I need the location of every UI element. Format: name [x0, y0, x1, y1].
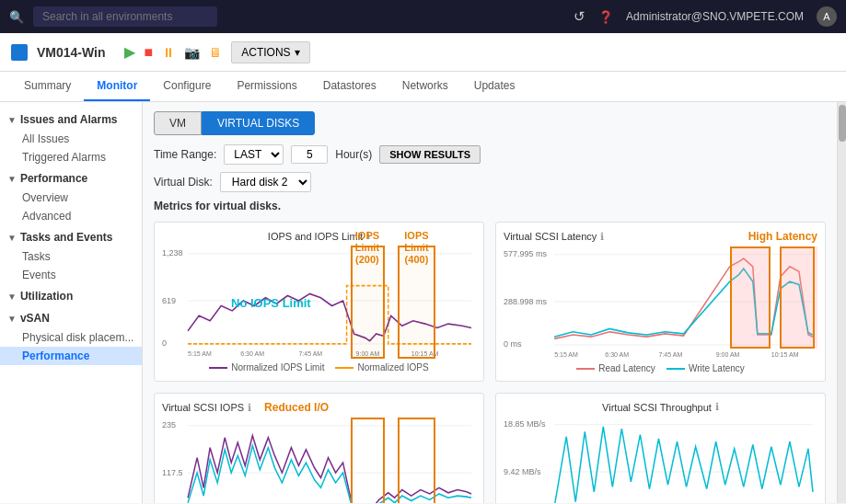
- svg-text:18.85 MB/s: 18.85 MB/s: [504, 418, 546, 429]
- sidebar-item-all-issues[interactable]: All Issues: [0, 130, 142, 148]
- sidebar-item-physical-disk[interactable]: Physical disk placem...: [0, 328, 142, 347]
- topbar: 🔍 ↺ ❓ Administrator@SNO.VMPETE.COM A: [0, 0, 846, 33]
- toggle-virtual-disks[interactable]: VIRTUAL DISKS: [202, 111, 315, 135]
- time-range-row: Time Range: LAST Hour(s) SHOW RESULTS: [154, 144, 826, 165]
- legend-iops-limit-label: Normalized IOPS Limit: [231, 362, 324, 372]
- sidebar-group-tasks: ▼ Tasks and Events Tasks Events: [0, 227, 142, 284]
- stop-icon[interactable]: ■: [145, 44, 154, 61]
- sidebar-group-utilization-label: Utilization: [20, 290, 73, 303]
- tab-permissions[interactable]: Permissions: [224, 72, 309, 101]
- toggle-vm[interactable]: VM: [154, 111, 202, 135]
- chart-scsi-iops-title: Virtual SCSI IOPS: [162, 402, 244, 413]
- charts-grid: IOPS and IOPS Limit ℹ IOPSLimit(200) IOP…: [154, 222, 826, 503]
- sidebar-group-issues-header[interactable]: ▼ Issues and Alarms: [0, 109, 142, 130]
- throughput-chart-svg: 18.85 MB/s 9.42 MB/s 0.00 B/s 5:15 AM 6:…: [504, 417, 817, 503]
- tab-summary[interactable]: Summary: [11, 72, 84, 101]
- time-value-input[interactable]: [291, 145, 328, 164]
- sidebar-group-issues-label: Issues and Alarms: [20, 113, 118, 126]
- arrow-icon: ▼: [7, 292, 17, 302]
- reduced-io-label: Reduced I/O: [264, 401, 329, 414]
- legend-read-latency-label: Read Latency: [598, 363, 655, 373]
- time-range-label: Time Range:: [154, 148, 216, 161]
- sidebar-item-tasks[interactable]: Tasks: [0, 247, 142, 266]
- sidebar-item-events[interactable]: Events: [0, 266, 142, 284]
- refresh-icon[interactable]: ↺: [574, 8, 585, 25]
- profile-icon[interactable]: A: [817, 6, 837, 27]
- sidebar-group-performance-header[interactable]: ▼ Performance: [0, 168, 142, 189]
- sidebar-item-vsan-performance[interactable]: Performance: [0, 347, 142, 365]
- sidebar-group-issues: ▼ Issues and Alarms All Issues Triggered…: [0, 109, 142, 166]
- sidebar-group-vsan-label: vSAN: [20, 312, 50, 325]
- chart-latency-title: Virtual SCSI Latency: [504, 231, 597, 242]
- chart-throughput-title: Virtual SCSI Throughput: [602, 402, 712, 413]
- chart-throughput-info-icon[interactable]: ℹ: [715, 401, 719, 413]
- svg-text:0: 0: [162, 338, 167, 348]
- arrow-icon: ▼: [7, 233, 17, 243]
- play-icon[interactable]: ▶: [124, 43, 135, 61]
- arrow-icon: ▼: [7, 314, 17, 324]
- svg-text:5:15 AM: 5:15 AM: [554, 350, 578, 357]
- svg-text:10:15 AM: 10:15 AM: [411, 349, 439, 356]
- svg-text:7:45 AM: 7:45 AM: [298, 349, 322, 356]
- disk-row: Virtual Disk: Hard disk 2: [154, 172, 826, 192]
- metrics-label: Metrics for virtual disks.: [154, 200, 826, 212]
- svg-text:9:00 AM: 9:00 AM: [716, 350, 740, 357]
- scrollbar[interactable]: [837, 102, 846, 503]
- chart-iops-title: IOPS and IOPS Limit: [268, 231, 363, 242]
- sidebar-item-advanced[interactable]: Advanced: [0, 207, 142, 225]
- svg-text:9:00 AM: 9:00 AM: [356, 349, 380, 356]
- svg-text:6:30 AM: 6:30 AM: [605, 350, 629, 357]
- search-input[interactable]: [33, 6, 217, 27]
- tab-configure[interactable]: Configure: [150, 72, 224, 101]
- time-unit-label: Hour(s): [335, 148, 372, 161]
- sidebar-group-vsan-header[interactable]: ▼ vSAN: [0, 308, 142, 328]
- toggle-bar: VM VIRTUAL DISKS: [154, 111, 826, 135]
- user-label[interactable]: Administrator@SNO.VMPETE.COM: [626, 10, 804, 23]
- search-icon: 🔍: [9, 10, 24, 24]
- sidebar: ▼ Issues and Alarms All Issues Triggered…: [0, 102, 143, 503]
- iops-legend: Normalized IOPS Limit Normalized IOPS: [162, 362, 476, 372]
- console-icon[interactable]: 🖥: [209, 45, 222, 60]
- scrollbar-thumb[interactable]: [839, 105, 846, 142]
- actions-chevron-icon: ▾: [295, 46, 300, 59]
- svg-text:9.42 MB/s: 9.42 MB/s: [504, 466, 541, 476]
- tab-updates[interactable]: Updates: [461, 72, 528, 101]
- snapshot-icon[interactable]: 📷: [184, 45, 200, 60]
- show-results-button[interactable]: SHOW RESULTS: [379, 145, 481, 164]
- tab-networks[interactable]: Networks: [389, 72, 461, 101]
- svg-text:5:15 AM: 5:15 AM: [188, 349, 212, 356]
- legend-write-latency-line: [666, 368, 685, 370]
- sidebar-group-utilization-header[interactable]: ▼ Utilization: [0, 286, 142, 306]
- vm-name: VM014-Win: [37, 45, 106, 60]
- sidebar-group-performance-label: Performance: [20, 172, 87, 185]
- svg-text:288.998 ms: 288.998 ms: [504, 296, 547, 306]
- chart-latency-info-icon[interactable]: ℹ: [600, 231, 604, 243]
- svg-text:7:45 AM: 7:45 AM: [658, 350, 682, 357]
- tab-monitor[interactable]: Monitor: [84, 72, 150, 101]
- legend-iops-line: [335, 367, 353, 369]
- chart-scsi-iops-info-icon[interactable]: ℹ: [248, 402, 251, 414]
- time-select[interactable]: LAST: [224, 144, 284, 165]
- content-panel: VM VIRTUAL DISKS Time Range: LAST Hour(s…: [143, 102, 837, 503]
- main-content: ▼ Issues and Alarms All Issues Triggered…: [0, 102, 846, 503]
- actions-button[interactable]: ACTIONS ▾: [231, 41, 309, 63]
- legend-write-latency-label: Write Latency: [689, 363, 745, 373]
- sidebar-group-tasks-header[interactable]: ▼ Tasks and Events: [0, 227, 142, 247]
- sidebar-item-overview[interactable]: Overview: [0, 189, 142, 207]
- help-icon[interactable]: ❓: [598, 10, 613, 24]
- latency-legend: Read Latency Write Latency: [504, 363, 817, 373]
- svg-text:619: 619: [162, 295, 176, 305]
- iops-chart-svg: 1,238 619 0 5:15 AM 6:30 AM: [162, 246, 476, 356]
- chart-scsi-iops: Virtual SCSI IOPS ℹ Reduced I/O 235 117.…: [154, 393, 484, 503]
- svg-text:1,238: 1,238: [162, 247, 183, 258]
- vm-icon: [11, 44, 28, 61]
- chart-throughput: Virtual SCSI Throughput ℹ 18.85 MB/s 9.4…: [495, 393, 826, 503]
- legend-iops-label: Normalized IOPS: [357, 362, 428, 372]
- sidebar-item-triggered-alarms[interactable]: Triggered Alarms: [0, 148, 142, 166]
- svg-text:117.5: 117.5: [162, 467, 183, 477]
- sidebar-group-performance: ▼ Performance Overview Advanced: [0, 168, 142, 225]
- tab-datastores[interactable]: Datastores: [310, 72, 389, 101]
- pause-icon[interactable]: ⏸: [162, 45, 175, 60]
- legend-read-latency-line: [576, 368, 595, 370]
- disk-select[interactable]: Hard disk 2: [220, 172, 311, 192]
